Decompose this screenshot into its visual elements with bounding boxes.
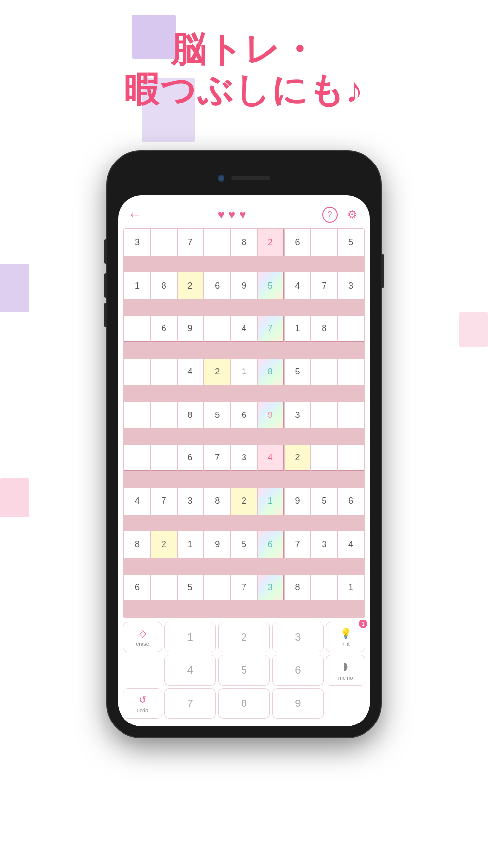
cell-5-4[interactable]: 3 — [231, 445, 257, 472]
cell-0-4[interactable]: 8 — [231, 229, 257, 256]
cell-5-6[interactable]: 2 — [285, 445, 311, 472]
cell-0-5[interactable]: 2 — [258, 229, 284, 256]
cell-1-1[interactable]: 8 — [151, 272, 177, 299]
numpad-7[interactable]: 7 — [164, 688, 216, 719]
cell-0-1[interactable] — [151, 229, 177, 256]
cell-4-8[interactable] — [338, 402, 364, 428]
cell-6-4[interactable]: 2 — [231, 488, 257, 515]
cell-0-0[interactable]: 3 — [124, 229, 150, 256]
cell-2-4[interactable]: 4 — [231, 316, 257, 342]
cell-6-2[interactable]: 3 — [178, 488, 204, 515]
cell-3-7[interactable] — [311, 359, 337, 385]
cell-4-2[interactable]: 8 — [178, 402, 204, 428]
undo-button[interactable]: ↺ undo — [123, 688, 162, 719]
numpad-9[interactable]: 9 — [272, 688, 324, 719]
cell-3-5[interactable]: 8 — [258, 359, 284, 385]
cell-1-4[interactable]: 9 — [231, 272, 257, 299]
cell-3-2[interactable]: 4 — [178, 359, 204, 385]
cell-5-1[interactable] — [151, 445, 177, 472]
cell-8-2[interactable]: 5 — [178, 575, 204, 601]
cell-5-7[interactable] — [311, 445, 337, 472]
settings-button[interactable]: ⚙ — [345, 207, 360, 223]
cell-7-5[interactable]: 6 — [258, 531, 284, 558]
cell-3-4[interactable]: 1 — [231, 359, 257, 385]
numpad-5[interactable]: 5 — [218, 655, 269, 686]
cell-0-3[interactable] — [204, 229, 230, 256]
cell-4-6[interactable]: 3 — [285, 402, 311, 428]
cell-4-3[interactable]: 5 — [204, 402, 230, 428]
cell-0-6[interactable]: 6 — [285, 229, 311, 256]
heart-2: ♥ — [228, 208, 235, 222]
help-button[interactable]: ? — [322, 207, 338, 223]
memo-button[interactable]: ◗ memo — [326, 655, 365, 686]
cell-8-8[interactable]: 1 — [338, 575, 364, 601]
cell-0-2[interactable]: 7 — [178, 229, 204, 256]
hint-button[interactable]: 💡 hint 1 — [326, 622, 365, 652]
cell-2-3[interactable] — [204, 316, 230, 342]
cell-3-6[interactable]: 5 — [285, 359, 311, 385]
cell-5-8[interactable] — [338, 445, 364, 472]
cell-6-7[interactable]: 5 — [311, 488, 337, 515]
cell-8-7[interactable] — [311, 575, 337, 601]
cell-0-7[interactable] — [311, 229, 337, 256]
cell-3-0[interactable] — [124, 359, 150, 385]
numpad-3[interactable]: 3 — [272, 622, 324, 652]
cell-7-7[interactable]: 3 — [311, 531, 337, 558]
cell-1-0[interactable]: 1 — [124, 272, 150, 299]
cell-8-5[interactable]: 3 — [258, 575, 284, 601]
cell-7-6[interactable]: 7 — [285, 531, 311, 558]
cell-7-4[interactable]: 5 — [231, 531, 257, 558]
numpad-6[interactable]: 6 — [272, 655, 324, 686]
cell-3-3[interactable]: 2 — [204, 359, 230, 385]
cell-2-0[interactable] — [124, 316, 150, 342]
memo-label: memo — [338, 675, 353, 681]
numpad-2[interactable]: 2 — [218, 622, 269, 652]
cell-1-3[interactable]: 6 — [204, 272, 230, 299]
cell-5-2[interactable]: 6 — [178, 445, 204, 472]
cell-2-6[interactable]: 1 — [285, 316, 311, 342]
cell-4-1[interactable] — [151, 402, 177, 428]
numpad-1[interactable]: 1 — [164, 622, 216, 652]
cell-5-5[interactable]: 4 — [258, 445, 284, 472]
numpad-spacer-1 — [123, 655, 162, 686]
cell-6-6[interactable]: 9 — [285, 488, 311, 515]
cell-2-8[interactable] — [338, 316, 364, 342]
cell-6-8[interactable]: 6 — [338, 488, 364, 515]
cell-2-5[interactable]: 7 — [258, 316, 284, 342]
erase-button[interactable]: ◇ erase — [123, 622, 162, 652]
cell-3-1[interactable] — [151, 359, 177, 385]
cell-8-3[interactable] — [204, 575, 230, 601]
numpad-4[interactable]: 4 — [164, 655, 216, 686]
cell-8-6[interactable]: 8 — [285, 575, 311, 601]
cell-8-1[interactable] — [151, 575, 177, 601]
cell-1-6[interactable]: 4 — [285, 272, 311, 299]
cell-1-2[interactable]: 2 — [178, 272, 204, 299]
back-button[interactable]: ← — [128, 207, 142, 223]
cell-2-7[interactable]: 8 — [311, 316, 337, 342]
cell-1-8[interactable]: 3 — [338, 272, 364, 299]
cell-6-0[interactable]: 4 — [124, 488, 150, 515]
cell-5-3[interactable]: 7 — [204, 445, 230, 472]
cell-2-2[interactable]: 9 — [178, 316, 204, 342]
cell-7-0[interactable]: 8 — [124, 531, 150, 558]
numpad-8[interactable]: 8 — [218, 688, 269, 719]
cell-7-2[interactable]: 1 — [178, 531, 204, 558]
cell-4-4[interactable]: 6 — [231, 402, 257, 428]
cell-4-0[interactable] — [124, 402, 150, 428]
cell-0-8[interactable]: 5 — [338, 229, 364, 256]
cell-2-1[interactable]: 6 — [151, 316, 177, 342]
cell-3-8[interactable] — [338, 359, 364, 385]
cell-1-5[interactable]: 5 — [258, 272, 284, 299]
cell-8-0[interactable]: 6 — [124, 575, 150, 601]
cell-4-5[interactable]: 9 — [258, 402, 284, 428]
cell-8-4[interactable]: 7 — [231, 575, 257, 601]
cell-4-7[interactable] — [311, 402, 337, 428]
cell-5-0[interactable] — [124, 445, 150, 472]
cell-1-7[interactable]: 7 — [311, 272, 337, 299]
cell-7-1[interactable]: 2 — [151, 531, 177, 558]
cell-7-3[interactable]: 9 — [204, 531, 230, 558]
cell-6-1[interactable]: 7 — [151, 488, 177, 515]
cell-7-8[interactable]: 4 — [338, 531, 364, 558]
cell-6-5[interactable]: 1 — [258, 488, 284, 515]
cell-6-3[interactable]: 8 — [204, 488, 230, 515]
